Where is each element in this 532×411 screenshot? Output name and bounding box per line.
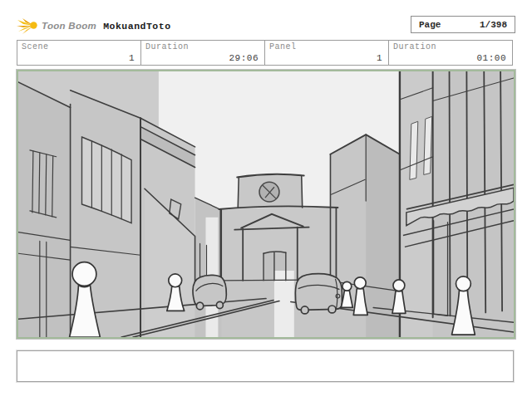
page-title: MokuandToto xyxy=(103,21,170,32)
storyboard-panel-drawing xyxy=(18,71,514,337)
storyboard-panel-frame xyxy=(17,70,515,339)
page-header: Toon Boom MokuandToto Page 1/398 xyxy=(17,15,515,37)
storyboard-page: Toon Boom MokuandToto Page 1/398 Scene 1… xyxy=(17,15,515,382)
scene-cell: Scene 1 xyxy=(17,40,141,66)
panel-duration-label: Duration xyxy=(393,42,436,51)
scene-duration-cell: Duration 29:06 xyxy=(140,40,265,66)
panel-value: 1 xyxy=(377,53,382,63)
scene-duration-value: 29:06 xyxy=(229,53,259,63)
brand-text: Toon Boom xyxy=(42,21,96,31)
page-label: Page xyxy=(419,20,441,30)
scene-label: Scene xyxy=(22,42,49,51)
info-row: Scene 1 Duration 29:06 Panel 1 Duration … xyxy=(17,40,515,66)
caption-box xyxy=(17,350,514,382)
panel-label: Panel xyxy=(269,42,297,51)
toonboom-starburst-icon xyxy=(17,17,39,35)
scene-value: 1 xyxy=(129,53,135,63)
panel-cell: Panel 1 xyxy=(264,40,389,66)
panel-duration-value: 01:00 xyxy=(476,53,506,63)
page-value: 1/398 xyxy=(480,20,507,30)
page-number-box: Page 1/398 xyxy=(411,16,515,33)
panel-duration-cell: Duration 01:00 xyxy=(388,40,513,66)
scene-duration-label: Duration xyxy=(145,42,189,51)
